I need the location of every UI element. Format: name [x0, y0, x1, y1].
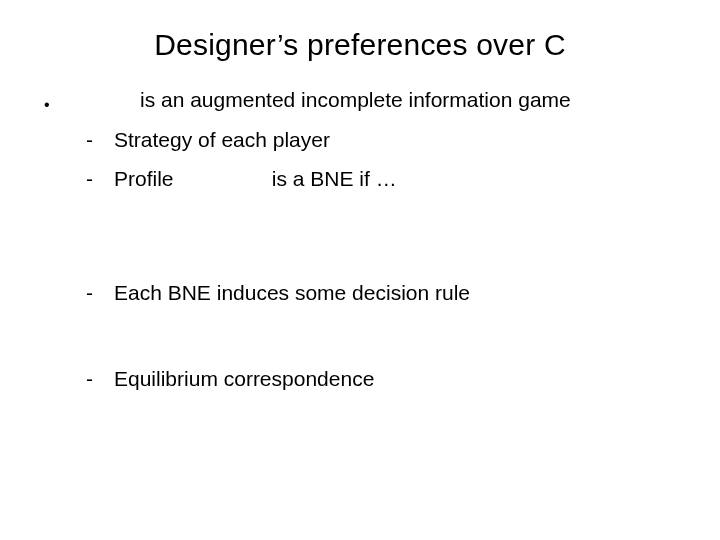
sub-text-bne: is a BNE if … — [272, 167, 397, 190]
slide-title: Designer’s preferences over C — [0, 28, 720, 62]
lvl1-text: is an augmented incomplete information g… — [140, 88, 571, 111]
sub-text: Equilibrium correspondence — [114, 367, 374, 390]
sub-text-profile: Profile — [114, 165, 266, 193]
dash-icon: - — [86, 279, 93, 307]
sub-text: Each BNE induces some decision rule — [114, 281, 470, 304]
sub-item-equilibrium: - Equilibrium correspondence — [44, 365, 680, 393]
bullet-lvl1: • is an augmented incomplete information… — [44, 86, 680, 114]
dash-icon: - — [86, 165, 93, 193]
sub-item-strategy: - Strategy of each player — [44, 126, 680, 154]
slide: Designer’s preferences over C • is an au… — [0, 0, 720, 540]
dash-icon: - — [86, 126, 93, 154]
dash-icon: - — [86, 365, 93, 393]
sub-item-bne-decision: - Each BNE induces some decision rule — [44, 279, 680, 307]
sub-text: Strategy of each player — [114, 128, 330, 151]
sub-item-profile: - Profile is a BNE if … — [44, 165, 680, 193]
slide-body: • is an augmented incomplete information… — [0, 86, 720, 394]
bullet-dot-icon: • — [44, 94, 50, 116]
